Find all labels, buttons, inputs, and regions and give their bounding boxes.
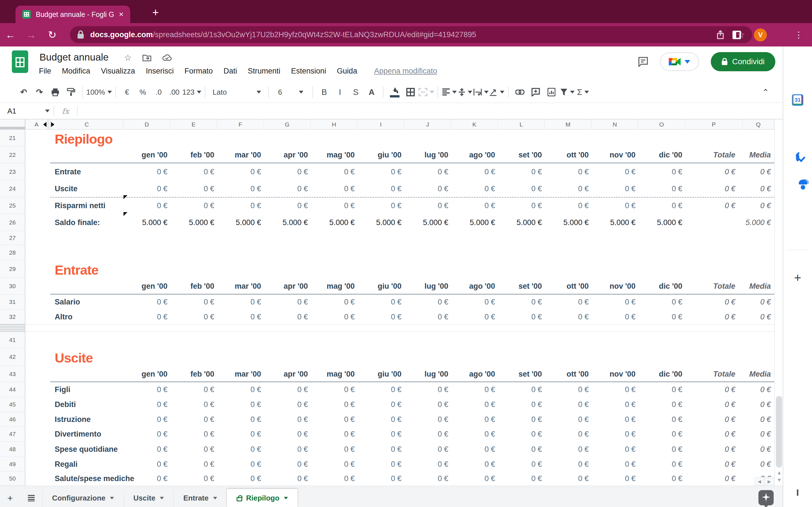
- month-value[interactable]: 0 €: [451, 309, 498, 324]
- month-value[interactable]: 0 €: [264, 471, 311, 486]
- cell-A42[interactable]: [26, 348, 48, 366]
- month-header[interactable]: gen '00: [123, 366, 170, 382]
- column-header-G[interactable]: G: [264, 119, 311, 129]
- month-header[interactable]: nov '00: [592, 278, 638, 295]
- month-value[interactable]: 0 €: [545, 295, 592, 309]
- back-icon[interactable]: ←: [0, 29, 21, 41]
- month-value[interactable]: 0 €: [451, 427, 498, 442]
- month-header[interactable]: mar '00: [217, 366, 264, 382]
- month-value[interactable]: 0 €: [170, 163, 217, 180]
- format-currency-button[interactable]: €: [119, 84, 135, 100]
- month-value[interactable]: 5.000 €: [357, 214, 404, 231]
- hidden-column-left-icon[interactable]: [43, 122, 47, 127]
- month-value[interactable]: 0 €: [311, 163, 357, 180]
- month-value[interactable]: 0 €: [217, 397, 264, 412]
- cell-A49[interactable]: [26, 457, 48, 471]
- month-header[interactable]: set '00: [498, 366, 545, 382]
- month-value[interactable]: 5.000 €: [311, 214, 357, 231]
- cell-C21[interactable]: Riepilogo: [50, 129, 123, 147]
- month-value[interactable]: 0 €: [217, 163, 264, 180]
- month-value[interactable]: 0 €: [170, 412, 217, 427]
- cell-C23[interactable]: Entrate: [50, 163, 123, 180]
- browser-avatar[interactable]: V: [754, 29, 767, 41]
- row-header-49[interactable]: 49: [0, 457, 26, 471]
- row-header-26[interactable]: 26: [0, 214, 26, 231]
- month-header[interactable]: giu '00: [357, 147, 404, 163]
- month-value[interactable]: 0 €: [170, 457, 217, 471]
- month-value[interactable]: 0 €: [217, 295, 264, 309]
- month-value[interactable]: 0 €: [217, 180, 264, 197]
- text-rotation-button[interactable]: [489, 84, 505, 100]
- totale-header[interactable]: Totale: [685, 278, 743, 295]
- month-value[interactable]: 0 €: [451, 197, 498, 214]
- month-header[interactable]: dic '00: [638, 147, 685, 163]
- month-header[interactable]: mar '00: [217, 147, 264, 163]
- month-value[interactable]: 0 €: [357, 442, 404, 457]
- month-value[interactable]: 0 €: [311, 471, 357, 486]
- month-value[interactable]: 0 €: [357, 197, 404, 214]
- vertical-align-button[interactable]: [457, 84, 473, 100]
- add-sheet-icon[interactable]: +: [0, 489, 20, 507]
- month-value[interactable]: 0 €: [498, 382, 545, 397]
- comments-icon[interactable]: [638, 57, 648, 67]
- month-value[interactable]: 0 €: [404, 397, 451, 412]
- month-value[interactable]: 0 €: [170, 295, 217, 309]
- month-value[interactable]: 0 €: [217, 197, 264, 214]
- hidden-rows-header[interactable]: [0, 324, 26, 332]
- cell-C27[interactable]: [50, 231, 123, 245]
- month-value[interactable]: 0 €: [451, 397, 498, 412]
- cell-A45[interactable]: [26, 397, 48, 412]
- month-header[interactable]: mar '00: [217, 278, 264, 295]
- scroll-up-icon[interactable]: ▲: [777, 470, 782, 476]
- browser-tab[interactable]: Budget annuale - Fogli Google ×: [15, 6, 130, 23]
- month-value[interactable]: 0 €: [123, 309, 170, 324]
- month-value[interactable]: 5.000 €: [451, 214, 498, 231]
- month-value[interactable]: 5.000 €: [592, 214, 638, 231]
- month-value[interactable]: 0 €: [545, 471, 592, 486]
- month-value[interactable]: 0 €: [123, 397, 170, 412]
- cell-C32[interactable]: Altro: [50, 309, 123, 324]
- month-value[interactable]: 0 €: [545, 197, 592, 214]
- sheet-tab-caret-icon[interactable]: [110, 497, 114, 499]
- month-value[interactable]: 0 €: [638, 471, 685, 486]
- month-value[interactable]: 0 €: [638, 457, 685, 471]
- month-header[interactable]: dic '00: [638, 278, 685, 295]
- month-value[interactable]: 0 €: [498, 471, 545, 486]
- cell-A22[interactable]: [26, 147, 48, 163]
- sheet-tab-caret-icon[interactable]: [213, 497, 217, 499]
- document-title[interactable]: Budget annuale: [40, 52, 109, 63]
- month-header[interactable]: lug '00: [404, 366, 451, 382]
- row-header-30[interactable]: 30: [0, 278, 26, 295]
- column-header-Q[interactable]: Q: [743, 119, 774, 129]
- cell-C29[interactable]: Entrate: [50, 260, 123, 278]
- month-value[interactable]: 5.000 €: [217, 214, 264, 231]
- share-button[interactable]: Condividi: [711, 52, 775, 71]
- new-tab-button[interactable]: +: [152, 6, 159, 19]
- month-value[interactable]: 0 €: [264, 457, 311, 471]
- totale-value[interactable]: 0 €: [685, 382, 743, 397]
- column-header-A[interactable]: A: [26, 119, 48, 129]
- month-header[interactable]: feb '00: [170, 278, 217, 295]
- calendar-icon[interactable]: 31: [792, 94, 803, 106]
- month-value[interactable]: 0 €: [592, 412, 638, 427]
- cell-C25[interactable]: Risparmi netti: [50, 197, 123, 214]
- month-value[interactable]: 0 €: [311, 412, 357, 427]
- media-value[interactable]: 0 €: [743, 197, 774, 214]
- month-header[interactable]: lug '00: [404, 147, 451, 163]
- cell-C43[interactable]: [50, 366, 123, 382]
- totale-value[interactable]: 0 €: [685, 397, 743, 412]
- month-value[interactable]: 0 €: [592, 397, 638, 412]
- month-value[interactable]: 0 €: [264, 427, 311, 442]
- cell-C50[interactable]: Salute/spese mediche: [50, 471, 123, 486]
- month-value[interactable]: 0 €: [217, 471, 264, 486]
- fill-color-button[interactable]: [387, 84, 403, 100]
- cell-C31[interactable]: Salario: [50, 295, 123, 309]
- cell-A32[interactable]: [26, 309, 48, 324]
- month-header[interactable]: set '00: [498, 147, 545, 163]
- insert-chart-icon[interactable]: [544, 84, 559, 100]
- month-header[interactable]: nov '00: [592, 366, 638, 382]
- month-value[interactable]: 0 €: [357, 457, 404, 471]
- month-value[interactable]: 0 €: [264, 163, 311, 180]
- month-value[interactable]: 0 €: [498, 397, 545, 412]
- sheet-tab-configurazione[interactable]: Configurazione: [42, 489, 124, 507]
